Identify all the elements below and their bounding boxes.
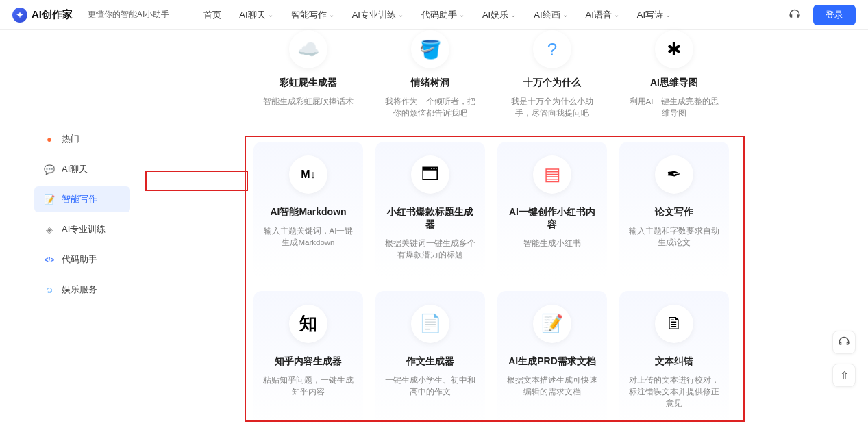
card-zhihu[interactable]: 知知乎内容生成器粘贴知乎问题，一键生成知乎内容 bbox=[253, 291, 363, 428]
arrow-up-icon: ⇧ bbox=[840, 369, 849, 382]
card-correction[interactable]: 🗎文本纠错对上传的文本进行校对，标注错误文本并提供修正意见 bbox=[619, 291, 729, 428]
edit-icon: 📝 bbox=[44, 194, 55, 205]
nav-voice[interactable]: AI语音⌄ bbox=[586, 9, 619, 21]
pen-icon: ✒ bbox=[655, 155, 693, 194]
card-desc: 利用AI一键生成完整的思维导图 bbox=[629, 96, 719, 120]
nav-home[interactable]: 首页 bbox=[203, 9, 221, 21]
sidebar-item-writing[interactable]: 📝智能写作 bbox=[34, 186, 130, 212]
card-xhs-content[interactable]: ▤AI一键创作小红书内容智能生成小红书 bbox=[497, 142, 607, 279]
nav-ai-chat[interactable]: AI聊天⌄ bbox=[239, 9, 273, 21]
chevron-down-icon: ⌄ bbox=[398, 11, 404, 18]
sidebar-item-label: 热门 bbox=[62, 133, 79, 145]
logo-icon: ✦ bbox=[12, 8, 27, 23]
smile-icon: ☺ bbox=[44, 284, 55, 295]
chat-icon: 💬 bbox=[44, 164, 55, 175]
nav-menu: 首页 AI聊天⌄ 智能写作⌄ AI专业训练⌄ 代码助手⌄ AI娱乐⌄ AI绘画⌄… bbox=[203, 9, 671, 21]
card-markdown[interactable]: M↓AI智能Markdown输入主题关键词，AI一键生成Markdown bbox=[253, 142, 363, 279]
cube-icon: ◈ bbox=[44, 224, 55, 235]
fire-icon: ● bbox=[44, 134, 55, 144]
card-desc: 我是十万个为什么小助手，尽管向我提问吧 bbox=[507, 96, 597, 120]
book-icon: ▤ bbox=[533, 155, 571, 194]
card-desc: 我将作为一个倾听者，把你的烦恼都告诉我吧 bbox=[385, 96, 475, 120]
sidebar: ●热门 💬AI聊天 📝智能写作 ◈AI专业训练 </>代码助手 ☺娱乐服务 bbox=[0, 30, 151, 428]
sidebar-item-label: 代码助手 bbox=[62, 253, 97, 266]
card-desc: 输入主题关键词，AI一键生成Markdown bbox=[263, 225, 354, 249]
chevron-down-icon: ⌄ bbox=[562, 11, 568, 18]
top-cards-row: ☁️彩虹屁生成器智能生成彩虹屁吹捧话术 🪣情绪树洞我将作为一个倾听者，把你的烦恼… bbox=[151, 30, 752, 129]
card-title: 知乎内容生成器 bbox=[275, 355, 342, 368]
chevron-down-icon: ⌄ bbox=[329, 11, 334, 18]
headset-icon[interactable] bbox=[789, 9, 801, 21]
card-title: AI智能Markdown bbox=[270, 206, 346, 218]
sidebar-item-label: 娱乐服务 bbox=[62, 284, 97, 296]
login-button[interactable]: 登录 bbox=[813, 5, 856, 25]
slogan: 更懂你的智能AI小助手 bbox=[88, 9, 169, 21]
sidebar-item-chat[interactable]: 💬AI聊天 bbox=[34, 156, 130, 182]
nav-poetry[interactable]: AI写诗⌄ bbox=[637, 9, 671, 21]
zhihu-icon: 知 bbox=[289, 305, 327, 343]
doc-icon: 📄 bbox=[411, 305, 449, 343]
card-title: 论文写作 bbox=[655, 206, 693, 218]
chevron-down-icon: ⌄ bbox=[268, 11, 273, 18]
sidebar-item-hot[interactable]: ●热门 bbox=[34, 126, 130, 152]
top-nav: ✦ AI创作家 更懂你的智能AI小助手 首页 AI聊天⌄ 智能写作⌄ AI专业训… bbox=[0, 0, 868, 30]
card-title: 作文生成器 bbox=[406, 355, 454, 368]
window-icon: 🗔 bbox=[411, 155, 449, 194]
card-desc: 粘贴知乎问题，一键生成知乎内容 bbox=[263, 375, 354, 399]
logo[interactable]: ✦ AI创作家 bbox=[12, 8, 73, 23]
question-icon: ? bbox=[533, 30, 571, 68]
card-mindmap[interactable]: ✱AI思维导图利用AI一键生成完整的思维导图 bbox=[619, 30, 729, 129]
sidebar-item-label: 智能写作 bbox=[62, 193, 97, 205]
card-prd[interactable]: 📝AI生成PRD需求文档根据文本描述生成可快速编辑的需求文档 bbox=[497, 291, 607, 428]
card-title: 彩虹屁生成器 bbox=[280, 77, 337, 89]
card-desc: 根据文本描述生成可快速编辑的需求文档 bbox=[507, 375, 597, 399]
mindmap-icon: ✱ bbox=[655, 30, 693, 68]
card-desc: 智能生成彩虹屁吹捧话术 bbox=[263, 96, 354, 108]
markdown-icon: M↓ bbox=[289, 155, 327, 194]
card-desc: 输入主题和字数要求自动生成论文 bbox=[629, 225, 719, 249]
chevron-down-icon: ⌄ bbox=[614, 11, 619, 18]
card-thesis[interactable]: ✒论文写作输入主题和字数要求自动生成论文 bbox=[619, 142, 729, 279]
nav-pro-training[interactable]: AI专业训练⌄ bbox=[352, 9, 404, 21]
card-title: AI一键创作小红书内容 bbox=[507, 206, 597, 231]
back-to-top-button[interactable]: ⇧ bbox=[832, 364, 856, 387]
bucket-icon: 🪣 bbox=[411, 30, 449, 68]
nav-drawing[interactable]: AI绘画⌄ bbox=[534, 9, 567, 21]
card-why[interactable]: ?十万个为什么我是十万个为什么小助手，尽管向我提问吧 bbox=[497, 30, 607, 129]
sidebar-item-entertainment[interactable]: ☺娱乐服务 bbox=[34, 277, 130, 303]
main-grid: M↓AI智能Markdown输入主题关键词，AI一键生成Markdown 🗔小红… bbox=[151, 142, 752, 428]
sidebar-item-training[interactable]: ◈AI专业训练 bbox=[34, 216, 130, 242]
headset-icon bbox=[838, 336, 850, 349]
card-emotion[interactable]: 🪣情绪树洞我将作为一个倾听者，把你的烦恼都告诉我吧 bbox=[375, 30, 485, 129]
card-title: 小红书爆款标题生成器 bbox=[385, 206, 475, 231]
nav-entertainment[interactable]: AI娱乐⌄ bbox=[482, 9, 516, 21]
doc-error-icon: 🗎 bbox=[655, 305, 693, 343]
card-title: 文本纠错 bbox=[655, 355, 693, 368]
card-essay[interactable]: 📄作文生成器一键生成小学生、初中和高中的作文 bbox=[375, 291, 485, 428]
card-desc: 根据关键词一键生成多个有爆款潜力的标题 bbox=[385, 238, 475, 262]
rainbow-icon: ☁️ bbox=[289, 30, 327, 68]
card-desc: 对上传的文本进行校对，标注错误文本并提供修正意见 bbox=[629, 375, 719, 410]
chevron-down-icon: ⌄ bbox=[510, 11, 516, 18]
card-title: AI思维导图 bbox=[650, 77, 698, 89]
code-icon: </> bbox=[44, 254, 55, 265]
sidebar-item-code[interactable]: </>代码助手 bbox=[34, 247, 130, 273]
card-desc: 一键生成小学生、初中和高中的作文 bbox=[385, 375, 475, 399]
card-desc: 智能生成小红书 bbox=[523, 238, 581, 249]
card-title: AI生成PRD需求文档 bbox=[508, 355, 596, 368]
card-title: 十万个为什么 bbox=[523, 77, 581, 89]
chevron-down-icon: ⌄ bbox=[665, 11, 671, 18]
nav-code-assist[interactable]: 代码助手⌄ bbox=[421, 9, 464, 21]
card-rainbow[interactable]: ☁️彩虹屁生成器智能生成彩虹屁吹捧话术 bbox=[253, 30, 363, 129]
doc-edit-icon: 📝 bbox=[533, 305, 571, 343]
sidebar-item-label: AI聊天 bbox=[62, 163, 88, 175]
nav-smart-writing[interactable]: 智能写作⌄ bbox=[291, 9, 334, 21]
logo-text: AI创作家 bbox=[32, 8, 73, 21]
floating-actions: ⇧ bbox=[832, 331, 856, 387]
chevron-down-icon: ⌄ bbox=[459, 11, 464, 18]
card-title: 情绪树洞 bbox=[411, 77, 449, 89]
card-xhs-title[interactable]: 🗔小红书爆款标题生成器根据关键词一键生成多个有爆款潜力的标题 bbox=[375, 142, 485, 279]
support-button[interactable] bbox=[832, 331, 856, 354]
sidebar-item-label: AI专业训练 bbox=[62, 223, 106, 236]
